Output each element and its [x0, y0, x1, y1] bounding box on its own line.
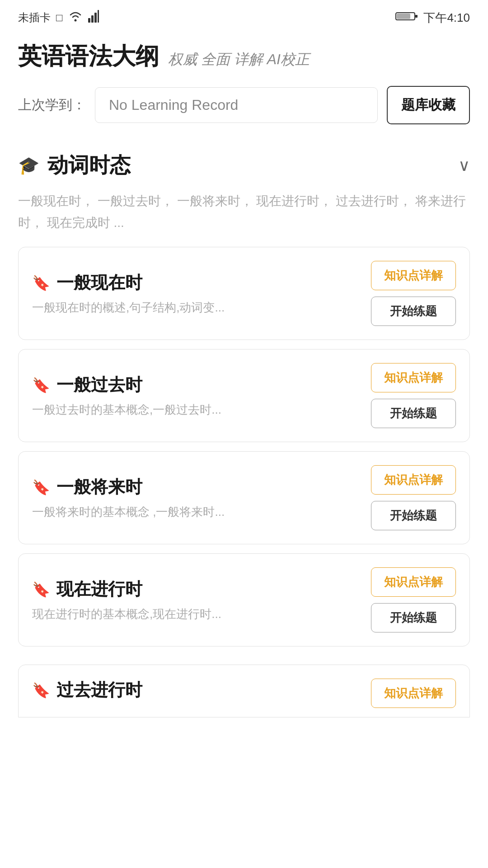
svg-rect-7	[415, 15, 418, 18]
topic-name-2: 一般过去时	[56, 373, 142, 396]
topic-desc-1: 一般现在时的概述,句子结构,动词变...	[32, 300, 362, 316]
topic-card-2: 🔖 一般过去时 一般过去时的基本概念,一般过去时... 知识点详解 开始练题	[18, 349, 470, 442]
section-icon: 🎓	[18, 156, 39, 175]
topic-name-4: 现在进行时	[56, 578, 142, 601]
topic-actions-partial: 知识点详解	[371, 679, 456, 708]
practice-button-4[interactable]: 开始练题	[371, 603, 456, 632]
status-time: 下午4:10	[423, 10, 470, 26]
header-subtitle: 权威 全面 详解 AI校正	[168, 50, 310, 70]
header: 英语语法大纲 权威 全面 详解 AI校正	[0, 32, 488, 86]
topic-desc-3: 一般将来时的基本概念 ,一般将来时...	[32, 504, 362, 520]
topic-name-partial: 过去进行时	[56, 679, 142, 702]
sim-icon: □	[56, 11, 63, 24]
battery-indicator	[395, 11, 418, 25]
svg-rect-2	[91, 15, 94, 23]
main-title: 英语语法大纲	[18, 41, 159, 72]
topic-left-3: 🔖 一般将来时 一般将来时的基本概念 ,一般将来时...	[32, 476, 362, 520]
status-carrier: 未插卡	[18, 10, 51, 25]
topic-card-1: 🔖 一般现在时 一般现在时的概述,句子结构,动词变... 知识点详解 开始练题	[18, 247, 470, 340]
bookmark-icon-4: 🔖	[32, 581, 50, 598]
topic-desc-2: 一般过去时的基本概念,一般过去时...	[32, 402, 362, 418]
cards-container: 🔖 一般现在时 一般现在时的概述,句子结构,动词变... 知识点详解 开始练题 …	[0, 242, 488, 651]
detail-button-partial[interactable]: 知识点详解	[371, 679, 456, 708]
topic-left-2: 🔖 一般过去时 一般过去时的基本概念,一般过去时...	[32, 373, 362, 418]
detail-button-2[interactable]: 知识点详解	[371, 363, 456, 392]
topic-left-1: 🔖 一般现在时 一般现在时的概述,句子结构,动词变...	[32, 271, 362, 316]
topic-card-4: 🔖 现在进行时 现在进行时的基本概念,现在进行时... 知识点详解 开始练题	[18, 553, 470, 646]
topic-actions-1: 知识点详解 开始练题	[371, 261, 456, 326]
detail-button-1[interactable]: 知识点详解	[371, 261, 456, 290]
topic-actions-4: 知识点详解 开始练题	[371, 567, 456, 632]
signal-icon	[88, 10, 99, 25]
no-learning-record: No Learning Record	[95, 87, 378, 123]
detail-button-3[interactable]: 知识点详解	[371, 465, 456, 495]
topic-card-partial: 🔖 过去进行时 知识点详解	[18, 665, 470, 717]
bookmark-icon-partial: 🔖	[32, 682, 50, 699]
topic-left-4: 🔖 现在进行时 现在进行时的基本概念,现在进行时...	[32, 578, 362, 622]
chevron-down-icon[interactable]: ∨	[458, 156, 470, 175]
topic-card-3: 🔖 一般将来时 一般将来时的基本概念 ,一般将来时... 知识点详解 开始练题	[18, 451, 470, 544]
section-header: 🎓 动词时态 ∨	[0, 138, 488, 184]
topic-name-3: 一般将来时	[56, 476, 142, 499]
section-title: 动词时态	[47, 151, 131, 179]
topic-actions-2: 知识点详解 开始练题	[371, 363, 456, 428]
practice-button-1[interactable]: 开始练题	[371, 297, 456, 326]
bookmark-icon-2: 🔖	[32, 377, 50, 394]
section-desc: 一般现在时， 一般过去时， 一般将来时， 现在进行时， 过去进行时， 将来进行时…	[0, 184, 488, 242]
status-right: 下午4:10	[395, 10, 470, 26]
topic-desc-4: 现在进行时的基本概念,现在进行时...	[32, 606, 362, 622]
last-learning-label: 上次学到：	[18, 96, 86, 114]
svg-rect-3	[94, 13, 97, 23]
wifi-icon	[68, 10, 83, 25]
bookmark-icon-1: 🔖	[32, 274, 50, 292]
svg-point-0	[74, 19, 76, 22]
status-bar: 未插卡 □ 下午4:10	[0, 0, 488, 32]
practice-button-3[interactable]: 开始练题	[371, 501, 456, 530]
topic-name-1: 一般现在时	[56, 271, 142, 294]
svg-rect-4	[98, 10, 99, 23]
svg-rect-6	[397, 14, 410, 19]
practice-button-2[interactable]: 开始练题	[371, 399, 456, 428]
last-learning-row: 上次学到： No Learning Record 题库收藏	[0, 86, 488, 138]
svg-rect-1	[88, 18, 90, 23]
status-left: 未插卡 □	[18, 10, 99, 25]
bookmark-icon-3: 🔖	[32, 479, 50, 496]
detail-button-4[interactable]: 知识点详解	[371, 567, 456, 597]
topic-actions-3: 知识点详解 开始练题	[371, 465, 456, 530]
question-bank-button[interactable]: 题库收藏	[387, 86, 470, 124]
